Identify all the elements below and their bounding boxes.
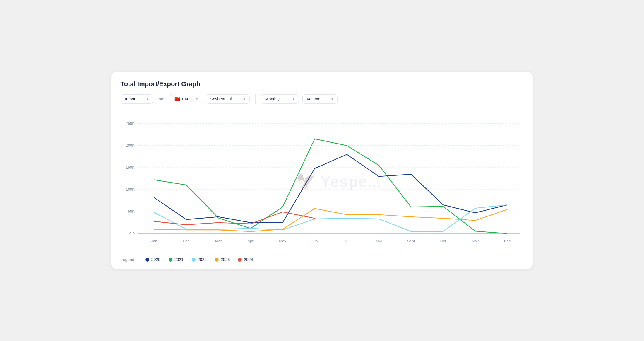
svg-text:250K: 250K — [126, 121, 135, 126]
svg-text:100K: 100K — [126, 187, 135, 192]
svg-text:0.0: 0.0 — [129, 231, 135, 236]
chevron-down-icon: ▾ — [147, 97, 148, 101]
line-2020 — [154, 154, 507, 223]
legend-label: Legend: — [121, 257, 136, 262]
legend-dot-2024 — [238, 258, 242, 262]
frequency-dropdown[interactable]: Monthly ▾ — [261, 94, 299, 104]
svg-text:Nov: Nov — [472, 238, 479, 243]
svg-text:Sept: Sept — [407, 238, 415, 243]
svg-text:200K: 200K — [126, 143, 135, 148]
legend-item-2020: 2020 — [145, 257, 160, 262]
svg-text:Feb: Feb — [183, 238, 189, 243]
legend-dot-2020 — [145, 258, 149, 262]
svg-text:May: May — [279, 238, 286, 243]
divider — [255, 94, 256, 104]
chart-svg: .grid-line { stroke: #dde2ee; stroke-wid… — [121, 111, 523, 252]
legend-item-2023: 2023 — [215, 257, 230, 262]
legend-row: Legend: 2020 2021 2022 2023 2024 — [121, 257, 523, 262]
controls-bar: Import ▾ Into: 🇨🇳 CN ▾ Soybean Oil ▾ Mon… — [121, 94, 523, 104]
into-label: Into: — [156, 97, 167, 101]
legend-item-2021: 2021 — [169, 257, 184, 262]
svg-text:Jul: Jul — [344, 238, 349, 243]
svg-text:50K: 50K — [128, 209, 135, 214]
svg-text:Mar: Mar — [215, 238, 222, 243]
legend-item-2022: 2022 — [192, 257, 207, 262]
flag-icon: 🇨🇳 — [174, 96, 180, 102]
svg-text:Aug: Aug — [376, 238, 382, 243]
legend-item-2024: 2024 — [238, 257, 253, 262]
line-2023 — [154, 209, 507, 231]
svg-text:Dec: Dec — [504, 238, 511, 243]
svg-text:150K: 150K — [126, 165, 135, 170]
svg-text:Jan: Jan — [151, 238, 157, 243]
chevron-down-icon: ▾ — [244, 97, 245, 101]
legend-dot-2021 — [169, 258, 172, 262]
line-2022 — [154, 205, 507, 231]
legend-dot-2022 — [192, 258, 196, 262]
main-card: Total Import/Export Graph Import ▾ Into:… — [111, 72, 533, 269]
svg-text:Oct: Oct — [440, 238, 446, 243]
page-title: Total Import/Export Graph — [121, 80, 523, 88]
chevron-down-icon: ▾ — [331, 97, 333, 101]
metric-dropdown[interactable]: Volume ▾ — [302, 94, 338, 104]
country-dropdown[interactable]: 🇨🇳 CN ▾ — [170, 94, 202, 104]
chart-area: 🦅 Yespe... .grid-line { stroke: #dde2ee;… — [121, 111, 523, 252]
svg-text:Jun: Jun — [312, 238, 318, 243]
chevron-down-icon: ▾ — [293, 97, 294, 101]
commodity-dropdown[interactable]: Soybean Oil ▾ — [206, 94, 250, 104]
legend-dot-2023 — [215, 258, 219, 262]
svg-text:Apr: Apr — [248, 238, 254, 243]
import-export-dropdown[interactable]: Import ▾ — [121, 94, 153, 104]
chevron-down-icon: ▾ — [196, 97, 198, 101]
